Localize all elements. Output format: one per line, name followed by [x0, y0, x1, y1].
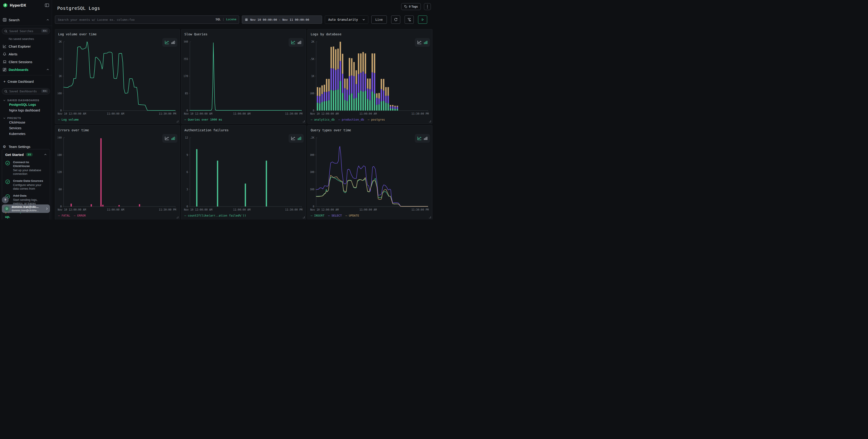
- tags-button[interactable]: 0 Tags: [401, 3, 421, 10]
- sidebar-item-chart-explorer[interactable]: Chart Explorer: [0, 42, 52, 50]
- sidebar-item-kubernetes[interactable]: Kubernetes: [0, 131, 52, 136]
- chevron-up-icon[interactable]: [46, 69, 49, 70]
- date-range-picker[interactable]: Nov 10 00:00:00 - Nov 11 00:00:00: [242, 15, 322, 24]
- legend-item[interactable]: — postgres: [368, 118, 385, 121]
- svg-text:2K: 2K: [59, 40, 62, 43]
- svg-text:11:00:00 AM: 11:00:00 AM: [360, 208, 377, 211]
- preset-link-label: Kubernetes: [9, 132, 26, 136]
- resize-handle[interactable]: [429, 120, 431, 122]
- get-started-step-add-data[interactable]: Add Data Start sending logs, metrics, or…: [5, 194, 47, 206]
- legend-item[interactable]: — INSERT: [311, 214, 324, 217]
- sidebar-item-label: Team Settings: [9, 145, 30, 149]
- chevron-up-icon[interactable]: [46, 19, 49, 21]
- step-title: Create Data Sources: [13, 179, 45, 183]
- resize-handle[interactable]: [429, 216, 431, 218]
- svg-text:900: 900: [310, 153, 314, 157]
- legend-item[interactable]: — production_db: [338, 118, 364, 121]
- filter-button[interactable]: [405, 15, 414, 24]
- svg-text:0: 0: [60, 205, 62, 208]
- tag-icon: [404, 5, 407, 8]
- granularity-select[interactable]: Auto Granularity: [325, 15, 368, 24]
- chevron-down-icon: [363, 19, 365, 21]
- svg-text:170: 170: [184, 74, 188, 78]
- live-button[interactable]: Live: [371, 15, 387, 24]
- user-profile-chip[interactable]: D dominic.tran@clic... dominic.tran@clic…: [2, 205, 50, 213]
- legend-item[interactable]: — Log volume: [58, 118, 79, 121]
- resize-handle[interactable]: [303, 216, 305, 218]
- shortcut-badge: ⌘K: [41, 89, 48, 93]
- svg-text:1K: 1K: [59, 74, 62, 78]
- gear-icon: ⚙: [3, 145, 9, 149]
- sidebar-item-label: Chart Explorer: [9, 44, 31, 48]
- avatar: D: [4, 206, 10, 212]
- svg-text:Nov 10 12:00:00 AM: Nov 10 12:00:00 AM: [184, 112, 212, 115]
- chart-legend: — Queries over 1000 ms: [184, 118, 222, 121]
- chart-legend: — Log volume: [58, 118, 79, 121]
- chart-plot: 036912Nov 10 12:00:00 AM11:00:00 AM11:30…: [184, 134, 303, 212]
- sidebar-collapse-icon[interactable]: [45, 3, 49, 7]
- sql-mode-toggle[interactable]: SQL: [216, 18, 221, 21]
- chart-plot: 060120180240Nov 10 12:00:00 AM11:00:00 A…: [58, 134, 177, 212]
- legend-item[interactable]: — SELECT: [328, 214, 342, 217]
- svg-text:0: 0: [313, 109, 314, 112]
- get-started-progress-badge: 3/3: [26, 153, 33, 156]
- get-started-step-connect[interactable]: Connect to ClickHouse Set up your databa…: [5, 160, 47, 176]
- legend-item[interactable]: — ERROR: [74, 214, 86, 217]
- resize-handle[interactable]: [303, 120, 305, 122]
- chevron-down-icon: [3, 117, 5, 119]
- panel-query-types-over-time: Query types over time03006009001.2KNov 1…: [308, 125, 432, 220]
- presets-section-header[interactable]: PRESETS: [3, 117, 52, 120]
- event-search-input[interactable]: [55, 15, 239, 24]
- chart-title: Log volume over time: [58, 32, 97, 36]
- svg-text:Nov 10 12:00:00 AM: Nov 10 12:00:00 AM: [58, 208, 86, 211]
- legend-item[interactable]: — Queries over 1000 ms: [184, 118, 222, 121]
- resize-handle[interactable]: [177, 120, 178, 122]
- sidebar-item-label: Alerts: [9, 52, 17, 56]
- sidebar-item-dashboards[interactable]: Dashboards: [0, 66, 52, 73]
- section-header-label: SAVED DASHBOARDS: [7, 99, 39, 102]
- resize-handle[interactable]: [177, 216, 178, 218]
- more-options-button[interactable]: [424, 3, 431, 10]
- chart-legend: — analytics_db— production_db— postgres: [311, 118, 385, 121]
- legend-item[interactable]: — countIf(like(arr..ation failed%')): [184, 214, 246, 217]
- sidebar: HyperDX Search ⌘K No saved searches: [0, 0, 52, 220]
- run-query-button[interactable]: [418, 15, 427, 24]
- live-label: Live: [375, 18, 383, 22]
- help-button[interactable]: ?: [2, 196, 9, 203]
- create-dashboard-label: Create Dashboard: [7, 80, 33, 84]
- sidebar-item-client-sessions[interactable]: Client Sessions: [0, 58, 52, 66]
- svg-text:11:30:00 PM: 11:30:00 PM: [411, 208, 429, 211]
- svg-text:500: 500: [310, 92, 314, 95]
- create-dashboard-button[interactable]: + Create Dashboard: [0, 78, 52, 86]
- saved-dashboards-search: ⌘K: [2, 88, 50, 94]
- sidebar-item-alerts[interactable]: Alerts: [0, 50, 52, 58]
- saved-dashboards-section-header[interactable]: SAVED DASHBOARDS: [3, 99, 52, 102]
- chart-legend: — FATAL— ERROR: [58, 214, 86, 217]
- chevron-down-icon: [3, 100, 5, 101]
- legend-item[interactable]: — FATAL: [58, 214, 70, 217]
- chart-title: Query types over time: [311, 128, 351, 132]
- legend-item[interactable]: — UPDATE: [345, 214, 359, 217]
- chart-plot: 05001K1.5K2KNov 10 12:00:00 AM11:00:00 A…: [58, 38, 177, 116]
- step-title: Connect to ClickHouse: [13, 160, 45, 168]
- granularity-value: Auto Granularity: [328, 18, 358, 22]
- svg-text:Nov 10 12:00:00 AM: Nov 10 12:00:00 AM: [58, 112, 86, 115]
- sidebar-item-nginx-logs-dashboard[interactable]: Nginx logs dashboard: [0, 107, 52, 113]
- svg-text:11:00:00 AM: 11:00:00 AM: [107, 112, 124, 115]
- no-saved-searches-note: No saved searches: [9, 37, 52, 40]
- sidebar-item-clickhouse[interactable]: ClickHouse: [0, 120, 52, 125]
- sidebar-item-label: Search: [9, 18, 20, 22]
- question-mark-icon: ?: [4, 198, 6, 202]
- lucene-mode-toggle[interactable]: Lucene: [226, 18, 237, 21]
- refresh-button[interactable]: [391, 15, 400, 24]
- sidebar-item-postgresql-logs[interactable]: PostgreSQL Logs: [0, 102, 52, 107]
- sidebar-item-services[interactable]: Services: [0, 125, 52, 131]
- legend-item[interactable]: — analytics_db: [311, 118, 335, 121]
- svg-text:300: 300: [310, 188, 314, 191]
- get-started-step-sources[interactable]: Create Data Sources Configure where your…: [5, 179, 47, 191]
- date-range-value: Nov 10 00:00:00 - Nov 11 00:00:00: [250, 18, 309, 22]
- svg-text:1K: 1K: [311, 74, 314, 78]
- chevron-up-icon[interactable]: [44, 154, 47, 155]
- sidebar-item-search[interactable]: Search: [0, 16, 52, 24]
- chart-title: Errors over time: [58, 128, 89, 132]
